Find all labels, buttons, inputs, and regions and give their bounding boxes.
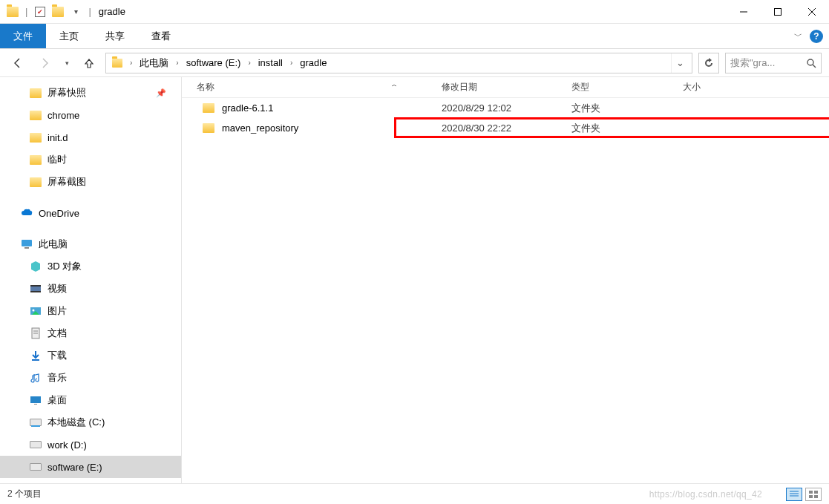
arrow-up-icon bbox=[83, 57, 95, 69]
qat-dropdown-icon[interactable]: ▾ bbox=[68, 4, 84, 20]
svg-rect-9 bbox=[30, 285, 41, 287]
details-icon bbox=[790, 491, 799, 498]
crumb-install[interactable]: install bbox=[255, 53, 286, 73]
sidebar-item-label: 此电脑 bbox=[39, 238, 68, 251]
svg-rect-17 bbox=[30, 396, 41, 403]
column-date[interactable]: 修改日期 bbox=[442, 81, 571, 94]
folder-icon bbox=[30, 133, 42, 143]
sidebar-item-disk-d[interactable]: work (D:) bbox=[0, 433, 181, 456]
sort-caret-icon: ⌃ bbox=[390, 84, 399, 91]
window-title: gradle bbox=[99, 6, 125, 17]
sidebar-item-label: 屏幕截图 bbox=[47, 175, 86, 189]
recent-dropdown[interactable]: ▾ bbox=[61, 53, 73, 73]
crumb-thispc[interactable]: 此电脑 bbox=[137, 53, 171, 73]
column-size[interactable]: 大小 bbox=[683, 81, 757, 94]
tab-view[interactable]: 查看 bbox=[138, 24, 184, 48]
ribbon-expand-icon[interactable]: ﹀ bbox=[794, 30, 802, 42]
sidebar-item-initd[interactable]: init.d bbox=[0, 126, 181, 148]
refresh-button[interactable] bbox=[698, 53, 719, 73]
close-button[interactable] bbox=[795, 0, 829, 24]
svg-rect-22 bbox=[809, 491, 813, 494]
sidebar-item-temp[interactable]: 临时 bbox=[0, 148, 181, 171]
navigation-pane[interactable]: 屏幕快照 📌 chrome init.d 临时 屏幕截图 OneDrive 此电… bbox=[0, 77, 182, 483]
sidebar-item-music[interactable]: 音乐 bbox=[0, 367, 181, 389]
svg-line-5 bbox=[813, 65, 816, 68]
view-details-button[interactable] bbox=[786, 488, 802, 501]
search-icon[interactable] bbox=[806, 58, 816, 68]
refresh-icon bbox=[704, 58, 714, 68]
address-dropdown-icon[interactable]: ⌄ bbox=[671, 53, 689, 73]
maximize-button[interactable] bbox=[761, 0, 795, 24]
svg-rect-18 bbox=[34, 404, 37, 405]
svg-point-4 bbox=[807, 59, 813, 65]
forward-button[interactable] bbox=[34, 53, 55, 73]
sidebar-item-desktop[interactable]: 桌面 bbox=[0, 389, 181, 411]
sidebar-item-disk-c[interactable]: 本地磁盘 (C:) bbox=[0, 411, 181, 433]
search-input[interactable]: 搜索"gra... bbox=[725, 53, 822, 73]
separator: | bbox=[88, 6, 91, 17]
tab-share[interactable]: 共享 bbox=[92, 24, 138, 48]
chevron-right-icon[interactable]: › bbox=[245, 59, 253, 67]
picture-icon bbox=[30, 305, 42, 317]
status-item-count: 2 个项目 bbox=[7, 488, 42, 500]
folder-icon bbox=[4, 4, 21, 20]
music-icon bbox=[30, 372, 42, 384]
tab-home[interactable]: 主页 bbox=[46, 24, 92, 48]
arrow-left-icon bbox=[12, 57, 24, 69]
sidebar-item-downloads[interactable]: 下载 bbox=[0, 344, 181, 367]
sidebar-item-label: OneDrive bbox=[39, 208, 79, 219]
properties-checkbox-icon[interactable]: ✔ bbox=[32, 4, 48, 20]
sidebar-item-thispc[interactable]: 此电脑 bbox=[0, 233, 181, 255]
sidebar-item-label: 屏幕快照 bbox=[47, 86, 86, 99]
file-list-pane: 名称 ⌃ 修改日期 类型 大小 gradle-6.1.1 2020/8/29 1… bbox=[182, 77, 829, 483]
sidebar-item-chrome[interactable]: chrome bbox=[0, 104, 181, 126]
sidebar-item-videos[interactable]: 视频 bbox=[0, 278, 181, 300]
column-headers: 名称 ⌃ 修改日期 类型 大小 bbox=[182, 77, 829, 98]
crumb-software[interactable]: software (E:) bbox=[183, 53, 244, 73]
sidebar-item-screenshot1[interactable]: 屏幕快照 📌 bbox=[0, 82, 181, 104]
search-placeholder: 搜索"gra... bbox=[730, 56, 775, 70]
desktop-icon bbox=[30, 394, 42, 406]
pin-icon: 📌 bbox=[156, 88, 166, 98]
sidebar-item-pictures[interactable]: 图片 bbox=[0, 300, 181, 322]
help-icon[interactable]: ? bbox=[810, 30, 823, 43]
file-type: 文件夹 bbox=[571, 122, 683, 135]
minimize-icon bbox=[740, 8, 747, 16]
minimize-button[interactable] bbox=[727, 0, 761, 24]
chevron-right-icon[interactable]: › bbox=[287, 59, 295, 67]
sidebar-item-documents[interactable]: 文档 bbox=[0, 322, 181, 344]
sidebar-item-label: 3D 对象 bbox=[47, 260, 82, 273]
svg-point-12 bbox=[33, 310, 35, 312]
quick-access-toolbar: | ✔ ▾ | bbox=[4, 4, 94, 20]
arrow-right-icon bbox=[39, 57, 50, 69]
disk-icon bbox=[30, 463, 42, 471]
file-name: maven_repository bbox=[222, 122, 298, 134]
watermark-text: https://blog.csdn.net/qq_42 bbox=[649, 489, 762, 500]
file-row[interactable]: gradle-6.1.1 2020/8/29 12:02 文件夹 bbox=[182, 98, 829, 118]
maximize-icon bbox=[774, 8, 782, 16]
close-icon bbox=[808, 8, 816, 16]
sidebar-item-3dobjects[interactable]: 3D 对象 bbox=[0, 255, 181, 278]
up-button[interactable] bbox=[79, 53, 99, 73]
title-bar: | ✔ ▾ | gradle bbox=[0, 0, 829, 24]
sidebar-item-disk-e[interactable]: software (E:) bbox=[0, 456, 181, 478]
folder-icon bbox=[109, 53, 125, 73]
crumb-gradle[interactable]: gradle bbox=[297, 53, 330, 73]
tab-file[interactable]: 文件 bbox=[0, 24, 46, 48]
back-button[interactable] bbox=[7, 53, 28, 73]
file-row[interactable]: maven_repository 2020/8/30 22:22 文件夹 bbox=[182, 118, 829, 138]
file-date: 2020/8/29 12:02 bbox=[442, 102, 571, 114]
view-large-button[interactable] bbox=[805, 488, 822, 501]
sidebar-item-screenshot2[interactable]: 屏幕截图 bbox=[0, 171, 181, 193]
chevron-right-icon[interactable]: › bbox=[127, 59, 135, 67]
svg-rect-24 bbox=[809, 495, 813, 498]
column-type[interactable]: 类型 bbox=[571, 81, 683, 94]
sidebar-item-onedrive[interactable]: OneDrive bbox=[0, 202, 181, 224]
address-bar[interactable]: › 此电脑 › software (E:) › install › gradle… bbox=[105, 53, 692, 73]
sidebar-item-label: chrome bbox=[47, 110, 79, 121]
sidebar-item-label: 文档 bbox=[47, 327, 67, 340]
sidebar-item-label: 桌面 bbox=[47, 393, 67, 407]
column-name[interactable]: 名称 ⌃ bbox=[197, 81, 442, 94]
main-layout: 屏幕快照 📌 chrome init.d 临时 屏幕截图 OneDrive 此电… bbox=[0, 77, 829, 483]
chevron-right-icon[interactable]: › bbox=[173, 59, 181, 67]
